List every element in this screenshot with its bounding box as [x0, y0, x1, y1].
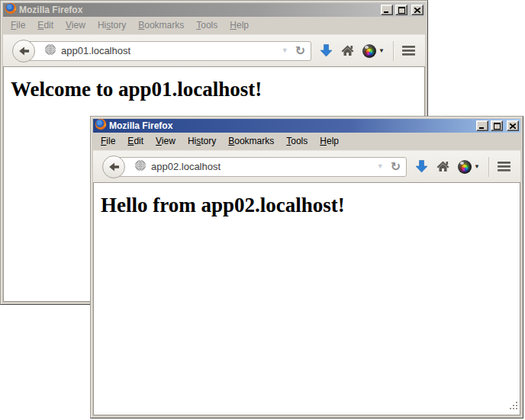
hamburger-icon [498, 162, 511, 172]
toolbar-divider [488, 157, 489, 177]
firefox-icon [5, 2, 17, 18]
hamburger-menu-button[interactable] [402, 46, 415, 56]
reload-icon[interactable]: ↻ [295, 45, 305, 57]
menu-bar: FileEditViewHistoryBookmarksToolsHelp [93, 133, 520, 150]
urlbar-dropdown-icon[interactable]: ▼ [377, 163, 384, 170]
back-arrow-icon [108, 162, 120, 172]
menu-item-edit[interactable]: Edit [31, 18, 60, 33]
addon-caret-icon: ▼ [378, 48, 385, 54]
window-title: Mozilla Firefox [109, 120, 474, 131]
page-heading: Hello from app02.localhost! [101, 194, 520, 217]
addon-caret-icon: ▼ [474, 164, 480, 170]
titlebar[interactable]: Mozilla Firefox [3, 3, 425, 17]
site-identity-globe-icon[interactable] [44, 43, 56, 59]
url-input[interactable] [151, 161, 377, 172]
menu-item-history[interactable]: History [182, 134, 222, 149]
urlbar-dropdown-icon[interactable]: ▼ [282, 47, 288, 54]
home-icon [436, 161, 449, 172]
page-content-app02: Hello from app02.localhost! [93, 182, 520, 415]
window-title: Mozilla Firefox [19, 5, 378, 15]
download-button[interactable] [320, 44, 333, 57]
maximize-button[interactable] [395, 5, 407, 15]
menu-item-history[interactable]: History [92, 18, 132, 33]
page-heading: Welcome to app01.localhost! [11, 78, 424, 101]
close-button[interactable] [507, 120, 519, 131]
menu-item-tools[interactable]: Tools [190, 18, 224, 33]
back-button[interactable] [12, 40, 35, 63]
maximize-button[interactable] [491, 120, 503, 131]
urlbar-container: ▼ ↻ [12, 40, 311, 63]
menu-item-bookmarks[interactable]: Bookmarks [222, 134, 280, 149]
menu-item-view[interactable]: View [60, 18, 92, 33]
titlebar[interactable]: Mozilla Firefox [93, 119, 520, 133]
download-arrow-icon [320, 44, 333, 57]
back-arrow-icon [18, 46, 30, 56]
reload-icon[interactable]: ↻ [391, 161, 401, 173]
minimize-button[interactable] [381, 5, 393, 15]
menu-item-tools[interactable]: Tools [280, 134, 314, 149]
resize-grip[interactable] [509, 400, 519, 414]
toolbar-divider [393, 41, 394, 61]
firefox-icon [95, 118, 107, 133]
download-button[interactable] [415, 160, 428, 173]
navigation-toolbar: ▼ ↻ ▼ [3, 34, 425, 66]
download-arrow-icon [415, 160, 428, 173]
menu-item-file[interactable]: File [5, 18, 31, 33]
site-identity-globe-icon[interactable] [134, 159, 147, 175]
back-button[interactable] [102, 155, 125, 178]
addon-button[interactable]: ▼ [458, 160, 480, 174]
home-button[interactable] [341, 45, 354, 56]
home-button[interactable] [436, 161, 449, 172]
navigation-toolbar: ▼ ↻ ▼ [93, 150, 520, 182]
urlbar[interactable]: ▼ ↻ [114, 157, 407, 177]
urlbar-container: ▼ ↻ [102, 155, 407, 178]
menu-item-bookmarks[interactable]: Bookmarks [132, 18, 190, 33]
hamburger-icon [402, 46, 415, 56]
desktop: Mozilla Firefox FileEditViewHistoryBookm… [0, 0, 525, 420]
addon-button[interactable]: ▼ [362, 44, 385, 58]
url-input[interactable] [61, 45, 282, 56]
hamburger-menu-button[interactable] [498, 162, 511, 172]
colorwheel-addon-icon [458, 160, 472, 174]
menu-item-help[interactable]: Help [224, 18, 255, 33]
menu-item-help[interactable]: Help [314, 134, 345, 149]
minimize-button[interactable] [476, 120, 488, 131]
urlbar[interactable]: ▼ ↻ [24, 41, 311, 61]
firefox-window-app02: Mozilla Firefox FileEditViewHistoryBookm… [90, 116, 523, 418]
close-button[interactable] [411, 5, 424, 15]
menu-item-edit[interactable]: Edit [121, 134, 150, 149]
menu-item-view[interactable]: View [150, 134, 182, 149]
home-icon [341, 45, 354, 56]
colorwheel-addon-icon [362, 44, 376, 58]
menu-bar: FileEditViewHistoryBookmarksToolsHelp [3, 17, 425, 34]
menu-item-file[interactable]: File [95, 134, 121, 149]
